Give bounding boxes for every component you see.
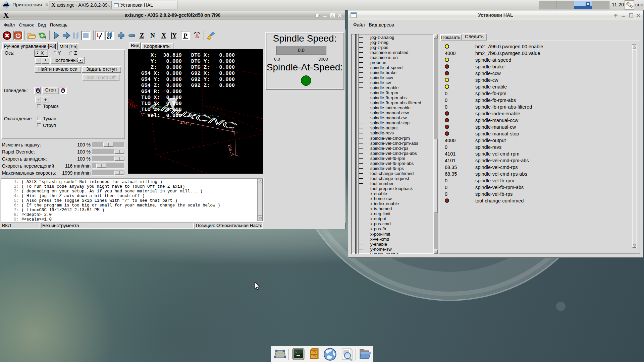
svg-text:136.5: 136.5 [226, 143, 234, 156]
svg-text:M1: M1 [107, 37, 111, 40]
svg-text:>: > [294, 351, 297, 355]
svg-text:134.7: 134.7 [179, 120, 192, 127]
